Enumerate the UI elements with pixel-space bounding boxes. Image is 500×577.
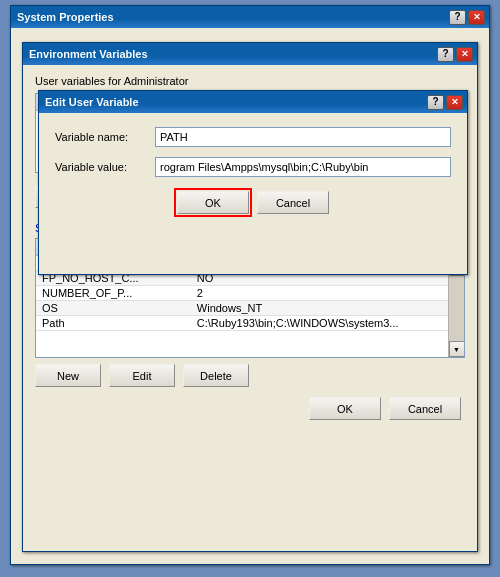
env-vars-help-btn[interactable]: ? (437, 47, 454, 62)
env-vars-close-btn[interactable]: ✕ (456, 47, 473, 62)
edit-var-help-btn[interactable]: ? (427, 95, 444, 110)
edit-var-titlebar: Edit User Variable ? ✕ (39, 91, 467, 113)
edit-var-buttons: OK Cancel (55, 191, 451, 214)
table-row: PathC:\Ruby193\bin;C:\WINDOWS\system3... (36, 316, 448, 331)
edit-var-cancel-button[interactable]: Cancel (257, 191, 329, 214)
system-properties-controls: ? ✕ (449, 10, 485, 25)
system-properties-title: System Properties (17, 11, 114, 23)
edit-var-window: Edit User Variable ? ✕ Variable name: Va… (38, 90, 468, 275)
sys-delete-button[interactable]: Delete (183, 364, 249, 387)
user-vars-label: User variables for Administrator (35, 75, 465, 87)
system-properties-titlebar: System Properties ? ✕ (11, 6, 489, 28)
table-row: NUMBER_OF_P...2 (36, 286, 448, 301)
table-row: OSWindows_NT (36, 301, 448, 316)
sys-var-name: OS (36, 301, 191, 316)
sys-var-value: 2 (191, 286, 448, 301)
sys-var-value: C:\Ruby193\bin;C:\WINDOWS\system3... (191, 316, 448, 331)
env-vars-cancel-button[interactable]: Cancel (389, 397, 461, 420)
var-value-input[interactable] (155, 157, 451, 177)
env-vars-titlebar: Environment Variables ? ✕ (23, 43, 477, 65)
sys-var-name: Path (36, 316, 191, 331)
env-vars-ok-button[interactable]: OK (309, 397, 381, 420)
sys-edit-button[interactable]: Edit (109, 364, 175, 387)
system-properties-help-btn[interactable]: ? (449, 10, 466, 25)
edit-var-close-btn[interactable]: ✕ (446, 95, 463, 110)
var-value-label: Variable value: (55, 161, 155, 173)
env-vars-bottom-buttons: OK Cancel (35, 397, 465, 420)
var-name-input[interactable] (155, 127, 451, 147)
edit-var-controls: ? ✕ (427, 95, 463, 110)
sys-new-button[interactable]: New (35, 364, 101, 387)
edit-var-title: Edit User Variable (45, 96, 139, 108)
scroll-down-arrow[interactable]: ▼ (449, 341, 465, 357)
system-section-buttons: New Edit Delete (35, 364, 465, 387)
env-vars-controls: ? ✕ (437, 47, 473, 62)
edit-var-ok-button[interactable]: OK (177, 191, 249, 214)
var-name-label: Variable name: (55, 131, 155, 143)
sys-var-value: Windows_NT (191, 301, 448, 316)
edit-var-body: Variable name: Variable value: OK Cancel (39, 113, 467, 224)
system-properties-close-btn[interactable]: ✕ (468, 10, 485, 25)
var-value-row: Variable value: (55, 157, 451, 177)
var-name-row: Variable name: (55, 127, 451, 147)
sys-var-name: NUMBER_OF_P... (36, 286, 191, 301)
env-vars-title: Environment Variables (29, 48, 148, 60)
